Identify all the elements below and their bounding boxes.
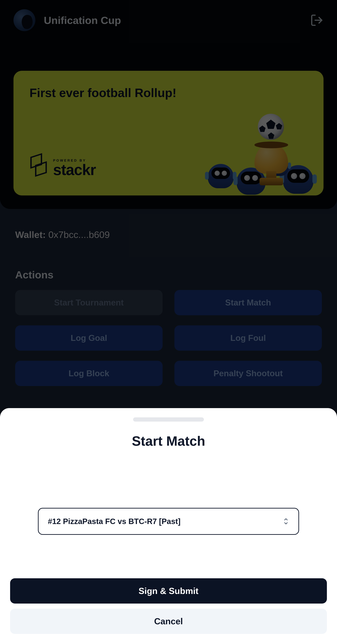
select-chevrons-icon <box>283 517 289 526</box>
cancel-button[interactable]: Cancel <box>10 608 327 634</box>
sign-submit-button[interactable]: Sign & Submit <box>10 578 327 604</box>
button-label: Sign & Submit <box>138 586 198 596</box>
match-select[interactable]: #12 PizzaPasta FC vs BTC-R7 [Past] <box>38 508 299 535</box>
sheet-buttons: Sign & Submit Cancel <box>10 578 327 634</box>
sheet-drag-handle[interactable] <box>133 417 204 422</box>
match-select-value: #12 PizzaPasta FC vs BTC-R7 [Past] <box>48 517 180 526</box>
button-label: Cancel <box>154 616 183 626</box>
sheet-title: Start Match <box>10 434 327 449</box>
start-match-sheet: Start Match #12 PizzaPasta FC vs BTC-R7 … <box>0 408 337 644</box>
